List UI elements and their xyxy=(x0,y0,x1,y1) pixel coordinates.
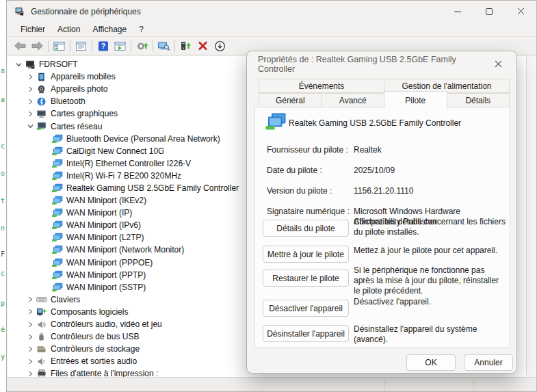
tab-avance[interactable]: Avancé xyxy=(322,93,385,107)
background-text-fragment: a xyxy=(1,96,5,103)
tree-item-label: Claviers xyxy=(51,295,80,304)
background-window-sliver: aacotnFcpéy xyxy=(0,0,6,392)
window-title: Gestionnaire de périphériques xyxy=(31,7,141,16)
background-text-fragment: é xyxy=(1,326,5,333)
mettre-a-jour-le-pilote-button[interactable]: Mettre à jour le pilote xyxy=(263,246,349,263)
disable-device-toolbar-button[interactable] xyxy=(211,38,228,54)
uninstall-device-icon xyxy=(198,41,208,51)
uninstall-device-toolbar-button[interactable] xyxy=(194,38,211,54)
dialog-close-button[interactable] xyxy=(490,57,506,72)
chevron-right-icon[interactable] xyxy=(25,371,36,377)
tab-pilote[interactable]: Pilote xyxy=(384,91,447,109)
back-toolbar-button[interactable] xyxy=(12,38,29,54)
chevron-right-icon[interactable] xyxy=(25,334,36,340)
tree-item-label: Intel(R) Ethernet Controller I226-V xyxy=(66,159,191,168)
network-adapter-icon xyxy=(51,283,63,292)
minimize-button[interactable] xyxy=(442,1,473,23)
chevron-right-icon[interactable] xyxy=(25,309,36,315)
network-adapter-icon xyxy=(51,258,63,267)
close-icon xyxy=(517,7,525,17)
field-value-date-du-pilote: 2025/10/09 xyxy=(354,166,507,176)
console-tree-toolbar-button[interactable] xyxy=(51,38,68,54)
background-text-fragment: F xyxy=(1,250,5,258)
vertical-scrollbar[interactable] xyxy=(526,56,536,377)
help-toolbar-button[interactable]: ? xyxy=(94,38,112,54)
background-text-fragment: t xyxy=(1,197,5,205)
minimize-icon xyxy=(454,7,461,17)
field-label-signataire-numerique: Signataire numérique : xyxy=(267,207,353,217)
toolbar-separator xyxy=(153,40,153,52)
ok-button[interactable]: OK xyxy=(406,354,456,371)
menu-action[interactable]: Action xyxy=(51,23,86,36)
audio-controller-icon xyxy=(36,319,47,329)
window-controls xyxy=(442,1,536,23)
chevron-right-icon[interactable] xyxy=(25,296,36,302)
chevron-right-icon[interactable] xyxy=(25,74,36,80)
forward-toolbar-button[interactable] xyxy=(29,38,46,54)
driver-tab-page: Realtek Gaming USB 2.5GbE Family Control… xyxy=(254,107,510,348)
tab-general[interactable]: Général xyxy=(259,93,322,107)
export-list-toolbar-button[interactable] xyxy=(112,38,129,54)
tree-item-label: Intel(R) Wi-Fi 7 BE200 320MHz xyxy=(66,171,181,181)
dialog-title: Propriétés de : Realtek Gaming USB 2.5Gb… xyxy=(258,55,490,74)
restaurer-le-pilote-button[interactable]: Restaurer le pilote xyxy=(263,270,349,287)
properties-toolbar-button[interactable] xyxy=(73,38,90,54)
network-adapter-icon xyxy=(51,245,63,254)
help-icon: ? xyxy=(98,41,109,51)
software-component-icon xyxy=(36,307,47,317)
tree-item-label: CalDigit New Connect 10G xyxy=(66,146,164,156)
tree-item-label: Entrées et sorties audio xyxy=(51,356,137,366)
tree-item-label: Cartes graphiques xyxy=(51,109,118,118)
tree-item-label: Contrôleurs de bus USB xyxy=(51,332,139,341)
details-du-pilote-button[interactable]: Détails du pilote xyxy=(263,220,349,237)
background-text-fragment: o xyxy=(1,170,5,177)
menu-[interactable]: ? xyxy=(133,23,150,36)
background-text-fragment: p xyxy=(1,300,5,307)
chevron-right-icon[interactable] xyxy=(25,322,36,328)
tab-details[interactable]: Détails xyxy=(447,93,510,107)
network-adapter-icon xyxy=(51,220,63,230)
desactiver-l-appareil-button[interactable]: Désactiver l'appareil xyxy=(263,300,349,317)
tree-item-label: WAN Miniport (IKEv2) xyxy=(66,196,146,205)
close-button[interactable] xyxy=(505,1,536,23)
scan-hardware-toolbar-button[interactable] xyxy=(133,38,150,54)
chevron-right-icon[interactable] xyxy=(25,358,36,365)
computer-icon xyxy=(24,60,36,69)
chevron-down-icon[interactable] xyxy=(25,123,36,129)
tree-item-label: WAN Miniport (IPv6) xyxy=(66,220,141,230)
update-driver-toolbar-button[interactable] xyxy=(177,38,194,54)
remote-computer-toolbar-button[interactable] xyxy=(155,38,172,54)
tree-item-label: Cartes réseau xyxy=(51,122,102,131)
tree-item-label: Appareils mobiles xyxy=(51,72,116,81)
chevron-down-icon[interactable] xyxy=(13,62,24,68)
tab-row-front: GénéralAvancéPiloteDétails xyxy=(259,93,510,107)
field-value-fournisseur-du-pilote: Realtek xyxy=(354,145,507,155)
mettre-a-jour-le-pilote-description: Mettez à jour le pilote pour cet apparei… xyxy=(354,246,507,256)
chevron-right-icon[interactable] xyxy=(25,111,36,117)
chevron-right-icon[interactable] xyxy=(25,86,36,92)
desinstaller-l-appareil-button[interactable]: Désinstaller l'appareil xyxy=(263,325,349,342)
cancel-button[interactable]: Annuler xyxy=(464,354,513,371)
tree-item-label: WAN Miniport (PPPOE) xyxy=(66,258,153,267)
tab-evenements[interactable]: Événements xyxy=(259,79,384,93)
network-adapter-icon xyxy=(51,146,63,156)
maximize-button[interactable] xyxy=(473,1,505,23)
network-adapter-icon xyxy=(51,183,63,193)
back-icon xyxy=(14,41,27,51)
title-bar: Gestionnaire de périphériques xyxy=(7,1,536,23)
chevron-right-icon[interactable] xyxy=(25,99,36,105)
device-manager-app-icon xyxy=(14,7,25,17)
background-text-fragment: c xyxy=(1,142,5,150)
properties-icon xyxy=(75,41,87,51)
camera-icon xyxy=(36,84,47,94)
console-tree-icon xyxy=(53,41,65,51)
dialog-title-bar: Propriétés de : Realtek Gaming USB 2.5Gb… xyxy=(247,51,516,77)
menu-fichier[interactable]: Fichier xyxy=(14,23,51,36)
field-label-version-du-pilote: Version du pilote : xyxy=(267,186,353,196)
menu-affichage[interactable]: Affichage xyxy=(86,23,133,36)
properties-dialog: Propriétés de : Realtek Gaming USB 2.5Gb… xyxy=(246,51,517,374)
chevron-right-icon[interactable] xyxy=(25,346,36,352)
dialog-close-icon xyxy=(495,60,502,70)
network-adapter-icon xyxy=(51,196,63,205)
toolbar-separator xyxy=(92,40,92,52)
